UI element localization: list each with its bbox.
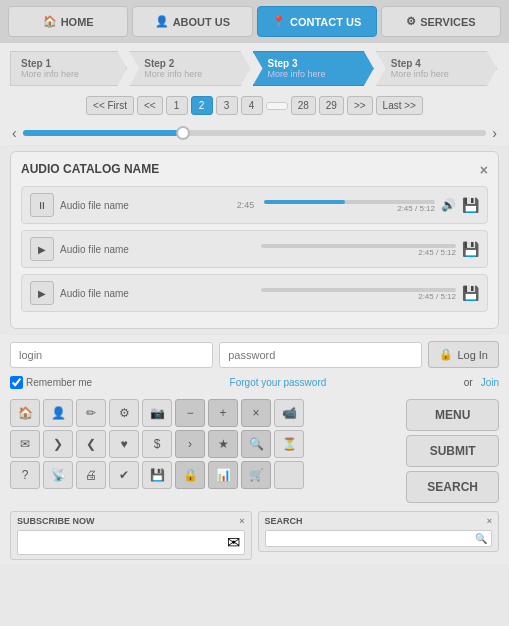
icon-hourglass[interactable]: ⏳	[274, 430, 304, 458]
nav-home[interactable]: 🏠 HOME	[8, 6, 128, 37]
pause-button-1[interactable]: ⏸	[30, 193, 54, 217]
page-4[interactable]: 4	[241, 96, 263, 115]
submit-button[interactable]: SUBMIT	[406, 435, 499, 467]
track-name-1: Audio file name	[60, 200, 231, 211]
search-close-button[interactable]: ×	[487, 516, 492, 526]
search-big-button[interactable]: SEARCH	[406, 471, 499, 503]
home-icon: 🏠	[43, 15, 57, 28]
search-title: SEARCH	[265, 516, 303, 526]
icon-chevron-down[interactable]: ❯	[43, 430, 73, 458]
icon-print[interactable]: 🖨	[76, 461, 106, 489]
track-bar-wrap-3[interactable]: 2:45 / 5:12	[261, 286, 456, 301]
subscribe-input[interactable]	[22, 537, 227, 548]
audio-track-2: ▶ Audio file name 2:45 / 5:12 💾	[21, 230, 488, 268]
icon-dollar[interactable]: $	[142, 430, 172, 458]
right-buttons: MENU SUBMIT SEARCH	[406, 399, 499, 503]
slider-right-arrow[interactable]: ›	[492, 125, 497, 141]
play-button-2[interactable]: ▶	[30, 237, 54, 261]
page-next-double[interactable]: >>	[347, 96, 373, 115]
menu-button[interactable]: MENU	[406, 399, 499, 431]
step-3[interactable]: Step 3More info here	[253, 51, 374, 86]
icon-chart[interactable]: 📊	[208, 461, 238, 489]
icon-heart[interactable]: ♥	[109, 430, 139, 458]
audio-close-button[interactable]: ×	[480, 162, 488, 178]
icon-rss[interactable]: 📡	[43, 461, 73, 489]
icon-chevron-up[interactable]: ❮	[76, 430, 106, 458]
icon-save[interactable]: 💾	[142, 461, 172, 489]
slider-thumb[interactable]	[176, 126, 190, 140]
join-link[interactable]: Join	[481, 377, 499, 388]
page-1[interactable]: 1	[166, 96, 188, 115]
track-bar-wrap-2[interactable]: 2:45 / 5:12	[261, 242, 456, 257]
page-3[interactable]: 3	[216, 96, 238, 115]
icon-question[interactable]: ?	[10, 461, 40, 489]
password-input[interactable]	[219, 342, 422, 368]
icon-row-3: ? 📡 🖨 ✔ 💾 🔒 📊 🛒	[10, 461, 304, 489]
volume-icon-1[interactable]: 🔊	[441, 198, 456, 212]
nav-bar: 🏠 HOME 👤 ABOUT US 📍 CONTACT US ⚙ SERVICE…	[0, 0, 509, 43]
play-button-3[interactable]: ▶	[30, 281, 54, 305]
track-bar-wrap-1[interactable]: 2:45 / 5:12	[264, 198, 435, 213]
nav-services[interactable]: ⚙ SERVICES	[381, 6, 501, 37]
page-2[interactable]: 2	[191, 96, 213, 115]
track-duration-3: 2:45 / 5:12	[261, 292, 456, 301]
page-blank	[266, 102, 288, 110]
steps-bar: Step 1More info here Step 2More info her…	[0, 43, 509, 90]
location-icon: 📍	[272, 15, 286, 28]
icon-mail[interactable]: ✉	[10, 430, 40, 458]
page-29[interactable]: 29	[319, 96, 344, 115]
icon-check[interactable]: ✔	[109, 461, 139, 489]
remember-checkbox[interactable]	[10, 376, 23, 389]
or-text: or	[464, 377, 473, 388]
email-icon: ✉	[227, 533, 240, 552]
page-prev-double[interactable]: <<	[137, 96, 163, 115]
login-row: 🔒 Log In	[0, 335, 509, 374]
icon-edit[interactable]: ✏	[76, 399, 106, 427]
icon-user[interactable]: 👤	[43, 399, 73, 427]
slider-left-arrow[interactable]: ‹	[12, 125, 17, 141]
audio-catalog-title: AUDIO CATALOG NAME	[21, 162, 159, 178]
nav-services-label: SERVICES	[420, 16, 475, 28]
slider-track[interactable]	[23, 130, 487, 136]
login-button[interactable]: 🔒 Log In	[428, 341, 499, 368]
icon-star[interactable]: ★	[208, 430, 238, 458]
step-4[interactable]: Step 4More info here	[376, 51, 497, 86]
person-icon: 👤	[155, 15, 169, 28]
icon-plus[interactable]: +	[208, 399, 238, 427]
nav-contact[interactable]: 📍 CONTACT US	[257, 6, 377, 37]
icon-arrow-right[interactable]: ›	[175, 430, 205, 458]
search-input[interactable]	[270, 533, 476, 544]
step-2[interactable]: Step 2More info here	[129, 51, 250, 86]
remember-label[interactable]: Remember me	[10, 376, 92, 389]
login-input[interactable]	[10, 342, 213, 368]
icon-camera[interactable]: 📷	[142, 399, 172, 427]
icon-home[interactable]: 🏠	[10, 399, 40, 427]
page-28[interactable]: 28	[291, 96, 316, 115]
icon-cart[interactable]: 🛒	[241, 461, 271, 489]
audio-track-3: ▶ Audio file name 2:45 / 5:12 💾	[21, 274, 488, 312]
audio-track-1: ⏸ Audio file name 2:45 2:45 / 5:12 🔊 💾	[21, 186, 488, 224]
step-1[interactable]: Step 1More info here	[10, 51, 127, 86]
nav-about[interactable]: 👤 ABOUT US	[132, 6, 252, 37]
page-last[interactable]: Last >>	[376, 96, 423, 115]
bottom-row: SUBSCRIBE NOW × ✉ SEARCH × 🔍	[0, 507, 509, 564]
track-time-1: 2:45	[237, 200, 255, 210]
subscribe-close-button[interactable]: ×	[239, 516, 244, 526]
icon-lock[interactable]: 🔒	[175, 461, 205, 489]
save-icon-3[interactable]: 💾	[462, 285, 479, 301]
save-icon-1[interactable]: 💾	[462, 197, 479, 213]
icon-video[interactable]: 📹	[274, 399, 304, 427]
icon-search[interactable]: 🔍	[241, 430, 271, 458]
search-box: SEARCH × 🔍	[258, 511, 500, 552]
search-input-wrap[interactable]: 🔍	[265, 530, 493, 547]
save-icon-2[interactable]: 💾	[462, 241, 479, 257]
nav-about-label: ABOUT US	[173, 16, 230, 28]
forgot-password-link[interactable]: Forgot your password	[100, 377, 456, 388]
slider-row: ‹ ›	[0, 121, 509, 145]
lock-icon: 🔒	[439, 348, 453, 361]
subscribe-input-wrap[interactable]: ✉	[17, 530, 245, 555]
page-first[interactable]: << First	[86, 96, 134, 115]
icon-minus[interactable]: −	[175, 399, 205, 427]
icon-times[interactable]: ×	[241, 399, 271, 427]
icon-settings[interactable]: ⚙	[109, 399, 139, 427]
